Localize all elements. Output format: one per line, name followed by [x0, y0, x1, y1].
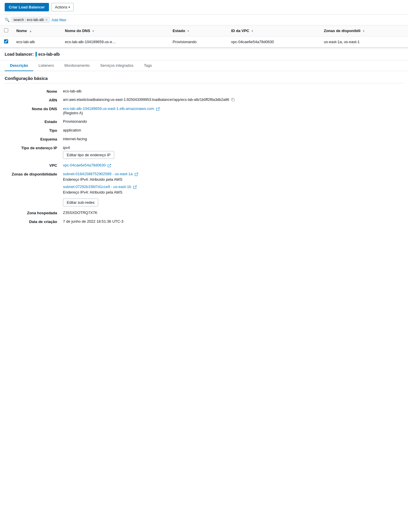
vpc-link[interactable]: vpc-04cae6e54a78d0630 — [63, 163, 106, 167]
arn-row: arn:aws:elasticloadbalancing:us-east-1:9… — [63, 98, 403, 102]
arn-text: arn:aws:elasticloadbalancing:us-east-1:9… — [63, 98, 229, 102]
subnet-entry-1: subnet-07292b33fd7d1cce9 - us-east-1b — [63, 185, 403, 189]
load-balancer-table: Nome ▲ Nome do DNS ▾ Estado ▾ ID da VPC … — [0, 25, 408, 48]
value-zones: subnet-01841588752902589 - us-east-1a En… — [63, 172, 403, 206]
label-arn: ARN — [5, 98, 63, 102]
toolbar: Criar Load Balancer Actions ▾ — [0, 0, 408, 15]
search-tag[interactable]: search : ecs-lab-alb ✕ — [11, 17, 50, 23]
label-esquema: Esquema — [5, 137, 63, 141]
subnet-link-1[interactable]: subnet-07292b33fd7d1cce9 - us-east-1b — [63, 185, 131, 189]
subnet-entry-0: subnet-01841588752902589 - us-east-1a — [63, 172, 403, 176]
subnet-block-0: subnet-01841588752902589 - us-east-1a En… — [63, 172, 403, 182]
label-zones: Zonas de disponibilidade — [5, 172, 63, 176]
search-icon: 🔍 — [5, 17, 10, 22]
row-dns: ecs-lab-alb-104189659.us-e… — [61, 36, 168, 48]
subnet-ext-icon-1[interactable] — [133, 185, 137, 189]
create-load-balancer-button[interactable]: Criar Load Balancer — [5, 3, 49, 11]
sort-estado-icon: ▾ — [187, 29, 189, 33]
value-arn: arn:aws:elasticloadbalancing:us-east-1:9… — [63, 98, 403, 102]
label-ip-type: Tipo de endereço IP — [5, 145, 63, 150]
sort-nome-icon: ▲ — [29, 29, 32, 33]
field-ip-type: Tipo de endereço IP ipv4 Editar tipo de … — [5, 143, 403, 161]
dns-main-line: ecs-lab-alb-104189659.us-east-1.elb.amaz… — [63, 106, 403, 111]
field-created-at: Data de criação 7 de junho de 2022 18:51… — [5, 217, 403, 226]
chevron-down-icon: ▾ — [68, 6, 70, 9]
value-created-at: 7 de junho de 2022 18:51:36 UTC-3 — [63, 219, 403, 224]
tab-monitoramento[interactable]: Monitoramento — [59, 60, 95, 71]
lb-indicator-icon — [36, 52, 37, 57]
value-esquema: internet-facing — [63, 137, 403, 141]
tab-servicos[interactable]: Serviços integrados — [95, 60, 139, 71]
table-row: ecs-lab-alb ecs-lab-alb-104189659.us-e… … — [0, 36, 408, 48]
field-nome: Nome ecs-lab-alb — [5, 87, 403, 96]
col-zonas[interactable]: Zonas de disponibili ▾ — [320, 25, 408, 36]
value-dns: ecs-lab-alb-104189659.us-east-1.elb.amaz… — [63, 106, 403, 115]
subnet-note-0: Endereço IPv4: Atribuído pela AWS — [63, 177, 403, 182]
subnet-ext-icon-0[interactable] — [135, 173, 138, 176]
lb-name-text: ecs-lab-alb — [38, 52, 60, 57]
detail-header: Load balancer: ecs-lab-alb — [0, 48, 408, 60]
field-estado: Estado Provisionando — [5, 117, 403, 126]
tab-tags[interactable]: Tags — [139, 60, 157, 71]
detail-panel: Load balancer: ecs-lab-alb Descrição Lis… — [0, 48, 408, 229]
field-tipo: Tipo application — [5, 126, 403, 135]
col-vpc[interactable]: ID da VPC ▾ — [227, 25, 320, 36]
label-nome: Nome — [5, 89, 63, 94]
table-wrap: Nome ▲ Nome do DNS ▾ Estado ▾ ID da VPC … — [0, 25, 408, 48]
select-all-cell[interactable] — [0, 25, 12, 36]
edit-subnets-button[interactable]: Editar sub-redes — [63, 199, 98, 206]
external-link-icon[interactable] — [156, 107, 160, 111]
sort-vpc-icon: ▾ — [252, 29, 253, 33]
actions-button[interactable]: Actions ▾ — [51, 3, 74, 11]
field-dns: Nome do DNS ecs-lab-alb-104189659.us-eas… — [5, 104, 403, 117]
lb-label-text: Load balancer: — [5, 52, 34, 57]
edit-ip-type-button[interactable]: Editar tipo de endereço IP — [63, 151, 114, 159]
value-estado: Provisionando — [63, 119, 403, 124]
table-header-row: Nome ▲ Nome do DNS ▾ Estado ▾ ID da VPC … — [0, 25, 408, 36]
col-dns[interactable]: Nome do DNS ▾ — [61, 25, 168, 36]
label-vpc: VPC — [5, 163, 63, 168]
col-estado[interactable]: Estado ▾ — [168, 25, 227, 36]
row-estado: Provisionando — [168, 36, 227, 48]
field-esquema: Esquema internet-facing — [5, 135, 403, 143]
subnet-link-0[interactable]: subnet-01841588752902589 - us-east-1a — [63, 172, 133, 176]
tabs-bar: Descrição Listeners Monitoramento Serviç… — [0, 60, 408, 71]
tab-listeners[interactable]: Listeners — [33, 60, 59, 71]
row-zonas: us-east-1a, us-east-1 — [320, 36, 408, 48]
ip-value-text: ipv4 — [63, 145, 403, 150]
field-vpc: VPC vpc-04cae6e54a78d0630 — [5, 161, 403, 170]
dns-link[interactable]: ecs-lab-alb-104189659.us-east-1.elb.amaz… — [63, 106, 154, 111]
dns-sub-text: (Registro A) — [63, 111, 403, 115]
value-hosted-zone: Z35SXDOTRQ7X7K — [63, 210, 403, 215]
add-filter-link[interactable]: Add filter — [52, 18, 66, 22]
row-nome: ecs-lab-alb — [12, 36, 61, 48]
value-tipo: application — [63, 128, 403, 132]
svg-rect-0 — [232, 99, 235, 101]
label-dns: Nome do DNS — [5, 106, 63, 111]
copy-icon[interactable] — [231, 98, 235, 102]
tab-descricao[interactable]: Descrição — [5, 60, 33, 71]
sort-dns-icon: ▾ — [92, 29, 94, 33]
subnet-note-1: Endereço IPv4: Atribuído pela AWS — [63, 190, 403, 194]
subnet-block-1: subnet-07292b33fd7d1cce9 - us-east-1b En… — [63, 185, 403, 194]
col-nome[interactable]: Nome ▲ — [12, 25, 61, 36]
field-zones: Zonas de disponibilidade subnet-01841588… — [5, 170, 403, 208]
actions-label: Actions — [55, 5, 68, 9]
value-ip-type: ipv4 Editar tipo de endereço IP — [63, 145, 403, 159]
search-bar: 🔍 search : ecs-lab-alb ✕ Add filter — [0, 15, 408, 25]
row-checkbox[interactable] — [4, 39, 8, 43]
table-body: ecs-lab-alb ecs-lab-alb-104189659.us-e… … — [0, 36, 408, 48]
sort-zonas-icon: ▾ — [363, 29, 364, 33]
row-vpc: vpc-04cae6e54a78d0630 — [227, 36, 320, 48]
search-tag-remove[interactable]: ✕ — [45, 18, 48, 22]
row-checkbox-cell[interactable] — [0, 36, 12, 48]
label-tipo: Tipo — [5, 128, 63, 133]
label-estado: Estado — [5, 119, 63, 124]
value-nome: ecs-lab-alb — [63, 89, 403, 93]
search-tag-text: search : ecs-lab-alb — [13, 18, 44, 22]
field-hosted-zone: Zona hospedada Z35SXDOTRQ7X7K — [5, 208, 403, 217]
label-hosted-zone: Zona hospedada — [5, 210, 63, 215]
select-all-checkbox[interactable] — [4, 28, 8, 32]
vpc-external-icon[interactable] — [108, 164, 111, 167]
detail-rows: Nome ecs-lab-alb ARN arn:aws:elasticload… — [0, 83, 408, 229]
